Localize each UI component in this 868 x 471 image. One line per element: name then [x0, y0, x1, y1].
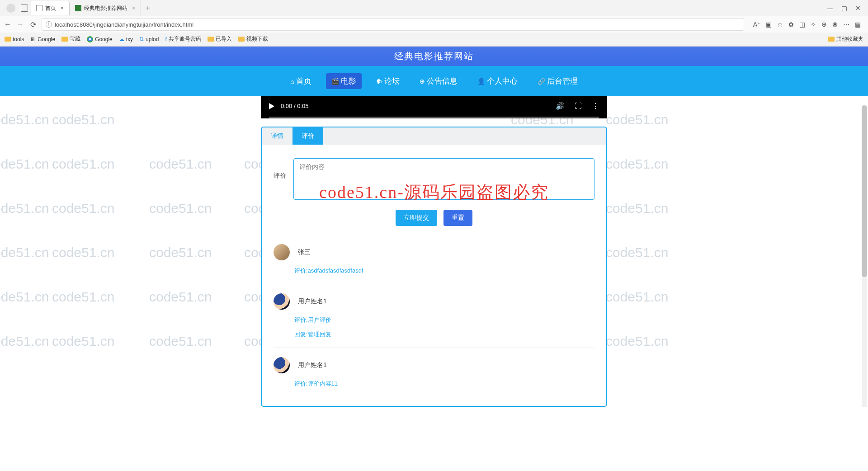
bookmark-item[interactable]: 视频下载	[238, 35, 268, 43]
movie-icon: 🎬	[331, 78, 339, 85]
comment-item: 张三 评价:asdfadsfasdfasdfasdf	[274, 235, 594, 284]
bookmark-item[interactable]: 🗎Google	[30, 36, 55, 42]
favorite-icon[interactable]: ☆	[777, 21, 783, 28]
comment-author: 用户姓名1	[298, 361, 327, 369]
bookmark-item[interactable]: ⇅uplod	[139, 36, 159, 42]
folder-icon	[208, 37, 214, 42]
close-window-icon[interactable]: ✕	[855, 5, 861, 12]
video-time: 0:00 / 0:05	[281, 103, 308, 109]
review-textarea[interactable]	[293, 158, 594, 200]
performance-icon[interactable]: ❀	[832, 21, 838, 28]
forum-icon: 🗣	[376, 78, 382, 85]
comments-list: 张三 评价:asdfadsfasdfasdfasdf 用户姓名1 评价:用户评价…	[262, 235, 606, 406]
tab-bar: 首页 × 经典电影推荐网站 × + — ▢ ✕	[0, 0, 868, 16]
folder-icon	[61, 37, 68, 42]
nav-announcements[interactable]: ⊕公告信息	[414, 73, 463, 89]
folder-icon	[238, 37, 245, 42]
page-favicon	[36, 5, 42, 11]
page-favicon	[75, 5, 81, 11]
volume-icon[interactable]: 🔊	[556, 102, 565, 110]
comment-item: 用户姓名1 评价:用户评价 回复:管理回复	[274, 284, 594, 348]
extensions-icon[interactable]: ✿	[788, 21, 794, 28]
nav-movies[interactable]: 🎬电影	[326, 73, 362, 89]
forward-icon[interactable]: →	[16, 20, 24, 28]
tab-detail[interactable]: 详情	[262, 127, 292, 145]
video-more-icon[interactable]: ⋮	[592, 102, 599, 110]
bookmark-other[interactable]: 其他收藏夹	[828, 35, 863, 43]
nav-admin[interactable]: 🔗后台管理	[532, 73, 583, 89]
video-progress[interactable]	[269, 117, 599, 118]
comment-item: 用户姓名1 评价:评价内容11	[274, 348, 594, 397]
tab-title: 经典电影推荐网站	[84, 5, 127, 12]
avatar	[274, 244, 290, 260]
comment-text: 评价:评价内容11	[294, 380, 594, 388]
browser-tab[interactable]: 经典电影推荐网站 ×	[70, 1, 141, 15]
refresh-icon[interactable]: ⟳	[29, 20, 37, 28]
split-icon[interactable]: ◫	[799, 21, 805, 28]
folder-icon	[828, 37, 835, 42]
cloud-icon: ☁	[119, 36, 124, 42]
site-info-icon[interactable]: i	[46, 21, 52, 28]
nav-home[interactable]: ⌂首页	[285, 73, 316, 89]
workspace-icon[interactable]	[21, 5, 28, 12]
bookmark-item[interactable]: tools	[5, 36, 24, 42]
page-icon: 🗎	[30, 36, 36, 42]
comment-author: 用户姓名1	[298, 297, 327, 306]
main-nav: ⌂首页 🎬电影 🗣论坛 ⊕公告信息 👤个人中心 🔗后台管理	[0, 66, 868, 96]
close-icon[interactable]: ×	[132, 5, 135, 11]
page-scrollbar[interactable]	[862, 105, 867, 407]
profile-icon[interactable]	[6, 4, 15, 13]
user-icon: 👤	[477, 78, 485, 85]
link-icon: ⇅	[139, 36, 144, 42]
minimize-icon[interactable]: —	[827, 5, 833, 12]
sidebar-icon[interactable]: ▤	[855, 21, 861, 28]
announcement-icon: ⊕	[420, 78, 425, 85]
browser-chrome: 首页 × 经典电影推荐网站 × + — ▢ ✕ ← → ⟳ i localhos…	[0, 0, 868, 47]
bookmark-item[interactable]: f共享账号密码	[165, 35, 201, 43]
submit-button[interactable]: 立即提交	[396, 210, 437, 226]
nav-profile[interactable]: 👤个人中心	[472, 73, 523, 89]
comment-text: 评价:用户评价	[294, 316, 594, 324]
reset-button[interactable]: 重置	[443, 210, 472, 226]
read-aloud-icon[interactable]: A⁺	[753, 21, 760, 28]
fullscreen-icon[interactable]: ⛶	[575, 102, 582, 110]
back-icon[interactable]: ←	[4, 20, 12, 28]
review-label: 评价	[274, 158, 286, 180]
comment-author: 张三	[298, 248, 311, 256]
new-tab-button[interactable]: +	[141, 4, 155, 13]
fb-icon: f	[165, 36, 166, 42]
bookmark-item[interactable]: 宝藏	[61, 35, 80, 43]
close-icon[interactable]: ×	[61, 5, 64, 11]
avatar	[274, 293, 290, 310]
collections-icon[interactable]: ✧	[811, 21, 816, 28]
browser-tab[interactable]: 首页 ×	[31, 1, 70, 15]
video-player[interactable]: 0:00 / 0:05 🔊 ⛶ ⋮	[261, 96, 607, 118]
comment-reply: 回复:管理回复	[294, 330, 594, 339]
play-icon[interactable]	[269, 103, 274, 109]
address-bar: ← → ⟳ i localhost:8080/jingdiandianyingt…	[0, 16, 868, 33]
admin-icon: 🔗	[538, 78, 545, 85]
bookmark-item[interactable]: 已导入	[208, 35, 232, 43]
nav-forum[interactable]: 🗣论坛	[371, 73, 405, 89]
tab-review[interactable]: 评价	[292, 127, 323, 145]
url-input[interactable]: i localhost:8080/jingdiandianyingtuijian…	[42, 18, 744, 31]
avatar	[274, 357, 290, 373]
maximize-icon[interactable]: ▢	[841, 5, 847, 12]
translate-icon[interactable]: ▣	[766, 21, 772, 28]
review-card: 详情 评价 评价 立即提交 重置 张三	[261, 127, 607, 407]
review-form: 评价 立即提交 重置	[262, 145, 606, 235]
url-text: localhost:8080/jingdiandianyingtuijian/f…	[55, 21, 193, 28]
window-controls: — ▢ ✕	[827, 5, 868, 12]
site-title: 经典电影推荐网站	[0, 47, 868, 66]
bookmark-item[interactable]: ☁txy	[119, 36, 133, 42]
home-icon: ⌂	[290, 78, 294, 85]
folder-icon	[5, 37, 11, 42]
more-icon[interactable]: ⋯	[843, 21, 849, 28]
bookmark-item[interactable]: Google	[87, 36, 113, 42]
bookmarks-bar: tools 🗎Google 宝藏 Google ☁txy ⇅uplod f共享账…	[0, 33, 868, 46]
comment-text: 评价:asdfadsfasdfasdfasdf	[294, 267, 594, 275]
scrollbar-thumb[interactable]	[862, 105, 867, 277]
downloads-icon[interactable]: ⊕	[821, 21, 827, 28]
tab-title: 首页	[45, 5, 56, 12]
google-icon	[87, 36, 93, 42]
